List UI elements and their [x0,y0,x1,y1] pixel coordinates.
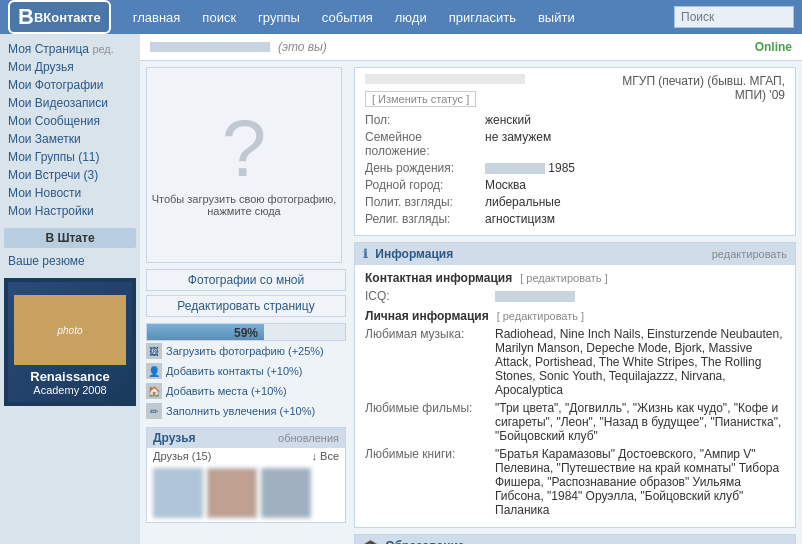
profile-body: ? Чтобы загрузить свою фотографию, нажми… [140,61,802,544]
friend-avatar-2[interactable] [207,468,257,518]
profile-left: ? Чтобы загрузить свою фотографию, нажми… [146,67,346,544]
nav-groups[interactable]: группы [248,4,310,31]
progress-label: 59% [147,324,345,342]
places-icon: 🏠 [146,383,162,399]
friends-all-link[interactable]: ↓ Все [311,450,339,462]
education-section: 🎓 Образование редактировать [354,534,796,544]
info-icon: ℹ [363,247,368,261]
city-value: Москва [485,178,526,192]
sidebar-item-notes[interactable]: Мои Заметки [4,130,136,148]
online-badge: Online [755,40,792,54]
info-section-body: Контактная информация [ редактировать ] … [355,265,795,527]
music-label: Любимая музыка: [365,327,495,397]
friends-section: Друзья обновления Друзья (15) ↓ Все [146,427,346,523]
nav-invite[interactable]: пригласить [439,4,526,31]
religion-label: Религ. взгляды: [365,212,485,226]
info-section-header: ℹ Информация редактировать [355,243,795,265]
contact-info-edit[interactable]: [ редактировать ] [520,272,607,284]
friends-title: Друзья [153,431,196,445]
nav-logout[interactable]: выйти [528,4,585,31]
sidebar-item-settings[interactable]: Мои Настройки [4,202,136,220]
logo-v: В [18,4,34,30]
info-row-gender: Пол: женский [365,113,785,127]
avatar-question-mark: ? [222,109,267,189]
sidebar-section-status: В Штате [4,228,136,248]
city-label: Родной город: [365,178,485,192]
education-title: 🎓 Образование [363,539,464,544]
friends-header: Друзья обновления [147,428,345,448]
music-row: Любимая музыка: Radiohead, Nine Inch Nai… [365,327,785,397]
religion-value: агностицизм [485,212,555,226]
main-layout: Моя Страница ред. Мои Друзья Мои Фотогра… [0,34,802,544]
profile-header-left: (это вы) [150,40,327,54]
education-header: 🎓 Образование редактировать [355,535,795,544]
relationship-value: не замужем [485,130,551,158]
search-input[interactable] [674,6,794,28]
politics-label: Полит. взгляды: [365,195,485,209]
friend-avatar-1[interactable] [153,468,203,518]
gender-label: Пол: [365,113,485,127]
friends-count[interactable]: Друзья (15) [153,450,211,462]
birthday-label: День рождения: [365,161,485,175]
friends-avatars [147,464,345,522]
profile-name-blurred [365,74,525,84]
politics-value: либеральные [485,195,561,209]
info-row-city: Родной город: Москва [365,178,785,192]
university-info: МГУП (печати) (бывш. МГАП, МПИ) '09 [600,74,785,102]
friends-updates[interactable]: обновления [278,432,339,444]
sidebar-item-my-page[interactable]: Моя Страница ред. [4,40,136,58]
sidebar-item-videos[interactable]: Мои Видеозаписи [4,94,136,112]
birthday-value: 1985 [485,161,575,175]
friends-count-row: Друзья (15) ↓ Все [147,448,345,464]
progress-bar: 59% [146,323,346,341]
progress-item-photo[interactable]: 🖼 Загрузить фотографию (+25%) [146,341,346,361]
sidebar-item-photos[interactable]: Мои Фотографии [4,76,136,94]
progress-item-contacts[interactable]: 👤 Добавить контакты (+10%) [146,361,346,381]
info-row-religion: Религ. взгляды: агностицизм [365,212,785,226]
books-label: Любимые книги: [365,447,495,517]
avatar-box[interactable]: ? Чтобы загрузить свою фотографию, нажми… [146,67,342,263]
relationship-label: Семейное положение: [365,130,485,158]
nav-home[interactable]: главная [123,4,191,31]
sidebar-item-messages[interactable]: Мои Сообщения [4,112,136,130]
photos-with-me-button[interactable]: Фотографии со мной [146,269,346,291]
header: ВВКонтакте главная поиск группы события … [0,0,802,34]
friend-avatar-3[interactable] [261,468,311,518]
sidebar-item-groups[interactable]: Мои Группы (11) [4,148,136,166]
contacts-icon: 👤 [146,363,162,379]
sidebar-item-meetings[interactable]: Мои Встречи (3) [4,166,136,184]
birthday-blurred [485,163,545,174]
progress-item-places[interactable]: 🏠 Добавить места (+10%) [146,381,346,401]
books-row: Любимые книги: "Братья Карамазовы" Досто… [365,447,785,517]
sidebar: Моя Страница ред. Мои Друзья Мои Фотогра… [0,34,140,544]
education-icon: 🎓 [363,539,378,544]
main-nav: главная поиск группы события люди пригла… [123,4,674,31]
nav-events[interactable]: события [312,4,383,31]
sidebar-ad-inner: photo Renaissance Academy 2008 [8,282,132,402]
logo[interactable]: ВВКонтакте [8,0,111,34]
education-edit[interactable]: редактировать [712,540,787,544]
progress-item-interests[interactable]: ✏ Заполнить увлечения (+10%) [146,401,346,421]
nav-people[interactable]: люди [385,4,437,31]
logo-text: ВКонтакте [34,10,101,25]
sidebar-item-friends[interactable]: Мои Друзья [4,58,136,76]
search-box [674,6,794,28]
progress-section: 59% 🖼 Загрузить фотографию (+25%) 👤 Доба… [146,323,346,421]
nav-search[interactable]: поиск [192,4,246,31]
edit-page-button[interactable]: Редактировать страницу [146,295,346,317]
info-section-edit[interactable]: редактировать [712,248,787,260]
basic-info-card: [ Изменить статус ] МГУП (печати) (бывш.… [354,67,796,236]
contact-info-title: Контактная информация [365,271,512,285]
photo-icon: 🖼 [146,343,162,359]
profile-you-label: (это вы) [278,40,327,54]
change-status-button[interactable]: [ Изменить статус ] [365,91,476,107]
films-row: Любимые фильмы: "Три цвета", "Догвилль",… [365,401,785,443]
sidebar-resume[interactable]: Ваше резюме [4,252,136,270]
info-section-title: ℹ Информация [363,247,453,261]
sidebar-ad[interactable]: photo Renaissance Academy 2008 [4,278,136,406]
sidebar-item-news[interactable]: Мои Новости [4,184,136,202]
books-value: "Братья Карамазовы" Достоевского, "Ампир… [495,447,785,517]
personal-info-edit[interactable]: [ редактировать ] [497,310,584,322]
films-label: Любимые фильмы: [365,401,495,443]
contact-info-row: Контактная информация [ редактировать ] [365,271,785,285]
